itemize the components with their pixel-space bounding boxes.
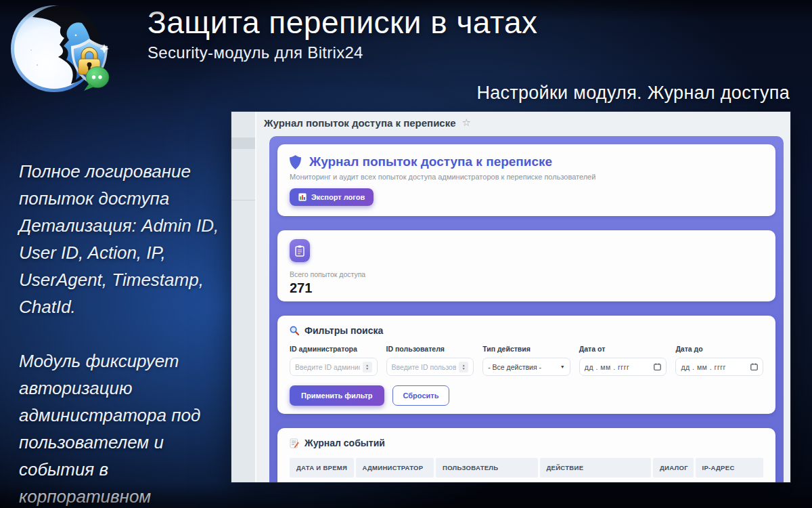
table-header-dialog: ДИАЛОГ [653,458,694,478]
journal-title: Журнал событий [304,438,385,448]
admin-id-input[interactable] [295,363,360,371]
stepper-down-icon[interactable]: ▾ [463,367,465,371]
bitrix24-screenshot-window: Журнал попыток доступа к переписке ☆ Жур… [231,112,790,482]
date-to-value: дд . мм . гггг [681,363,726,371]
admin-id-label: ID администратора [290,345,378,353]
calendar-icon [654,363,661,371]
date-from-input[interactable]: дд . мм . гггг [579,358,667,376]
table-header-action: ДЕЙСТВИЕ [540,458,652,478]
date-from-value: дд . мм . гггг [585,363,630,371]
table-header-ip: IP-АДРЕС [696,458,764,478]
date-from-label: Дата от [579,345,667,353]
search-icon [290,326,299,335]
hero-card: Журнал попыток доступа к переписке Монит… [277,144,775,216]
export-chart-icon [298,193,307,201]
user-id-input[interactable] [392,363,457,371]
slide-subtitle: Security-модуль для Bitrix24 [148,43,538,62]
apply-filter-button[interactable]: Применить фильтр [290,385,384,406]
page-title: Журнал попыток доступа к переписке [264,117,456,129]
user-id-label: ID пользователя [386,345,474,353]
table-header-user: ПОЛЬЗОВАТЕЛЬ [436,458,538,478]
number-stepper[interactable]: ▴ ▾ [459,362,468,373]
shield-icon [290,155,301,169]
date-from-field: Дата от дд . мм . гггг [579,345,667,376]
sidebar-divider [231,200,255,200]
filters-card: Фильтры поиска ID администратора ▴ ▾ [277,316,775,414]
promo-slide: Защита переписки в чатах Security-модуль… [0,0,812,508]
table-header-administrator: АДМИНИСТРАТОР [356,458,434,478]
export-logs-label: Экспорт логов [311,193,365,201]
description-paragraph-1: Полное логирование попыток доступа Детал… [19,158,235,320]
action-type-field: Тип действия - Все действия - ▼ [482,345,570,376]
date-to-input[interactable]: дд . мм . гггг [675,358,763,376]
favorite-star-icon[interactable]: ☆ [462,117,471,129]
section-caption: Настройки модуля. Журнал доступа [476,83,790,104]
action-type-label: Тип действия [482,345,570,353]
hero-title: Журнал попыток доступа к переписке [309,154,552,169]
hero-subtitle: Мониторинг и аудит всех попыток доступа … [290,173,763,181]
memo-icon [290,438,299,448]
sidebar-active-item[interactable] [231,137,255,149]
user-id-field: ID пользователя ▴ ▾ [386,345,474,376]
action-type-value: - Все действия - [488,363,541,371]
slide-title: Защита переписки в чатах [148,4,538,41]
action-type-select[interactable]: - Все действия - ▼ [482,358,570,376]
date-to-field: Дата до дд . мм . гггг [675,345,763,376]
stats-label: Всего попыток доступа [290,270,763,278]
description-paragraph-2: Модуль фиксирует авторизацию администрат… [19,347,235,508]
table-header-row: ДАТА И ВРЕМЯ АДМИНИСТРАТОР ПОЛЬЗОВАТЕЛЬ … [290,458,763,478]
journal-card: Журнал событий ДАТА И ВРЕМЯ АДМИНИСТРАТО… [277,428,775,482]
clipboard-icon [290,239,310,262]
stepper-down-icon[interactable]: ▾ [366,367,368,371]
date-to-label: Дата до [675,345,763,353]
module-panel: Журнал попыток доступа к переписке Монит… [269,136,784,482]
chevron-down-icon: ▼ [560,364,565,369]
table-header-datetime: ДАТА И ВРЕМЯ [290,458,354,478]
calendar-icon [750,363,758,371]
app-logo [5,3,119,106]
stats-value: 271 [290,280,763,296]
stats-card: Всего попыток доступа 271 [277,230,775,301]
filters-title: Фильтры поиска [304,325,383,336]
left-sidebar [231,112,256,482]
number-stepper[interactable]: ▴ ▾ [363,362,372,373]
feature-description: Полное логирование попыток доступа Детал… [19,158,235,508]
export-logs-button[interactable]: Экспорт логов [290,188,374,206]
reset-filter-button[interactable]: Сбросить [392,385,450,406]
admin-id-field: ID администратора ▴ ▾ [290,345,378,376]
